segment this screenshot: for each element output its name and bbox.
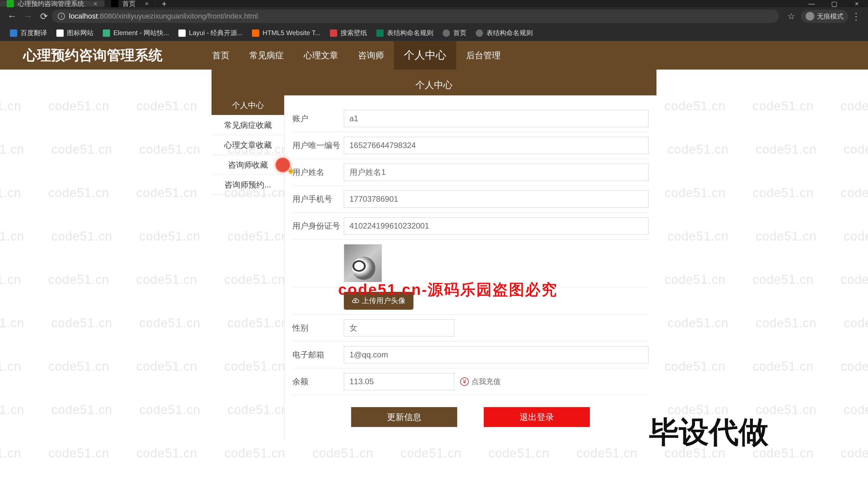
cloud-upload-icon (352, 297, 359, 304)
favicon-icon (111, 0, 118, 7)
sidebar-item-label: 咨询师收藏 (228, 160, 268, 170)
bookmark-icon (476, 30, 483, 37)
email-label: 电子邮箱 (292, 349, 344, 360)
profile-form: 账户 用户唯一编号 用户姓名 用户手机号 用户身份证号 (284, 95, 656, 440)
recharge-link[interactable]: ¥ 点我充值 (460, 377, 501, 386)
watermark-black-text: 毕设代做 (649, 412, 769, 452)
browser-chrome: 心理预约咨询管理系统 × 首页 × + — ▢ × ← → ⟳ i localh… (0, 0, 868, 41)
incognito-icon (806, 12, 814, 21)
phone-label: 用户手机号 (292, 194, 344, 204)
bookmark-bar: 百度翻译 图标网站 Element - 网站快... Layui - 经典开源.… (0, 25, 868, 41)
bookmark-item[interactable]: Layui - 经典开源... (174, 29, 247, 37)
nav-user-center[interactable]: 个人中心 (394, 41, 456, 70)
sidebar-item-label: 心理文章收藏 (224, 140, 272, 150)
url-bar: ← → ⟳ i localhost:8080/xinliyuyuezixungu… (0, 7, 868, 25)
upload-avatar-button[interactable]: 上传用户头像 (344, 292, 413, 310)
nav-admin[interactable]: 后台管理 (456, 41, 510, 70)
minimize-icon[interactable]: — (800, 0, 823, 7)
address-bar[interactable]: i localhost:8080/xinliyuyuezixunguanlixi… (52, 10, 779, 23)
sidebar-item-label: 个人中心 (232, 100, 264, 111)
bookmark-item[interactable]: 首页 (438, 29, 471, 37)
sidebar-item-symptom-fav[interactable]: 常见病症收藏 (212, 115, 284, 135)
yen-icon: ¥ (460, 377, 469, 386)
nav-articles[interactable]: 心理文章 (294, 41, 348, 70)
bookmark-item[interactable]: Element - 网站快... (98, 29, 174, 37)
bookmark-icon (103, 30, 110, 37)
close-tab-icon[interactable]: × (93, 0, 97, 8)
nav-counselors[interactable]: 咨询师 (348, 41, 394, 70)
url-host: localhost (69, 12, 98, 21)
bookmark-item[interactable]: 图标网站 (52, 29, 98, 37)
banner-title: 个人中心 (415, 79, 453, 92)
bookmark-item[interactable]: 搜索壁纸 (325, 29, 372, 37)
bookmark-item[interactable]: 百度翻译 (5, 29, 52, 37)
new-tab-button[interactable]: + (155, 0, 173, 9)
nav-home[interactable]: 首页 (202, 41, 239, 70)
maximize-icon[interactable]: ▢ (823, 0, 845, 7)
update-button[interactable]: 更新信息 (351, 407, 457, 427)
url-port: :8080 (98, 12, 116, 21)
browser-tab-active[interactable]: 心理预约咨询管理系统 × (0, 0, 104, 7)
sidebar-item-label: 常见病症收藏 (224, 120, 272, 131)
page-banner: 个人中心 (212, 70, 656, 95)
sidebar-item-counselor-fav[interactable]: 咨询师收藏 ☝ (212, 155, 284, 175)
tab-bar: 心理预约咨询管理系统 × 首页 × + — ▢ × (0, 0, 868, 7)
bookmark-icon (178, 30, 186, 37)
gender-label: 性别 (292, 322, 344, 333)
guest-mode-badge[interactable]: 无痕模式 (801, 10, 848, 23)
browser-tab[interactable]: 首页 × (104, 0, 156, 7)
account-label: 账户 (292, 113, 344, 124)
idcard-label: 用户身份证号 (292, 220, 344, 231)
idcard-input[interactable] (344, 217, 649, 235)
bookmark-icon (252, 30, 259, 37)
userno-input[interactable] (344, 137, 649, 154)
sidebar: 个人中心 常见病症收藏 心理文章收藏 咨询师收藏 ☝ 咨询师预约... (212, 95, 284, 440)
logout-button[interactable]: 退出登录 (484, 407, 590, 427)
guest-label: 无痕模式 (817, 12, 843, 21)
phone-input[interactable] (344, 191, 649, 208)
close-window-icon[interactable]: × (845, 0, 868, 7)
bookmark-item[interactable]: 表结构命名规则 (471, 29, 537, 37)
balance-label: 余额 (292, 376, 344, 387)
sidebar-item-appointment[interactable]: 咨询师预约... (212, 175, 284, 195)
bookmark-item[interactable]: HTML5 Website T... (247, 29, 325, 37)
bookmark-icon (330, 30, 337, 37)
balance-input[interactable] (344, 373, 454, 390)
username-input[interactable] (344, 164, 649, 181)
site-title: 心理预约咨询管理系统 (23, 46, 162, 65)
tab-title: 心理预约咨询管理系统 (18, 0, 84, 8)
page-content: code51.cncode51.cncode51.cncode51.cncode… (0, 41, 868, 477)
email-input[interactable] (344, 346, 649, 363)
favicon-icon (7, 0, 14, 7)
reload-button[interactable]: ⟳ (37, 10, 51, 23)
bookmark-icon (376, 30, 383, 37)
back-button[interactable]: ← (5, 10, 19, 23)
star-icon[interactable]: ☆ (787, 11, 795, 22)
menu-icon[interactable]: ⋮ (849, 10, 863, 23)
bookmark-icon (443, 30, 450, 37)
close-tab-icon[interactable]: × (145, 0, 149, 8)
gender-select[interactable] (344, 319, 454, 337)
url-path: /xinliyuyuezixunguanlixitong/front/index… (116, 12, 258, 21)
username-label: 用户姓名 (292, 167, 344, 177)
bookmark-icon (10, 30, 17, 37)
forward-button[interactable]: → (21, 10, 34, 23)
nav-symptoms[interactable]: 常见病症 (239, 41, 294, 70)
account-input[interactable] (344, 110, 649, 127)
userno-label: 用户唯一编号 (292, 140, 344, 151)
tab-title: 首页 (122, 0, 135, 8)
sidebar-item-label: 咨询师预约... (224, 179, 271, 190)
sidebar-item-profile[interactable]: 个人中心 (212, 95, 284, 115)
sidebar-item-article-fav[interactable]: 心理文章收藏 (212, 135, 284, 155)
bookmark-item[interactable]: 表结构命名规则 (372, 29, 438, 37)
info-icon[interactable]: i (58, 12, 65, 20)
bookmark-icon (56, 30, 64, 37)
header-nav: 心理预约咨询管理系统 首页 常见病症 心理文章 咨询师 个人中心 后台管理 (0, 41, 868, 70)
avatar-image (344, 244, 382, 282)
